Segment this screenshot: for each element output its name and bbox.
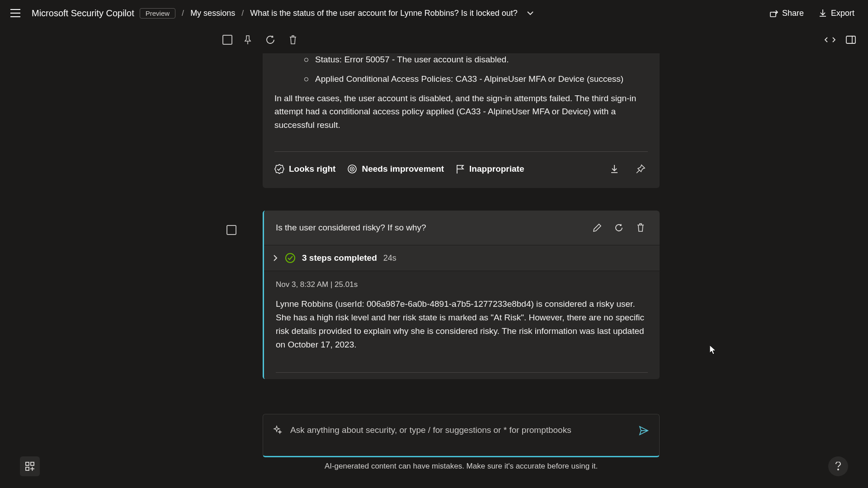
trash-icon — [637, 223, 645, 232]
toggle-panel-button[interactable] — [844, 33, 858, 47]
chevron-right-icon — [272, 254, 278, 262]
rerun-prompt-button[interactable] — [612, 221, 626, 235]
feedback-label: Needs improvement — [362, 164, 444, 174]
response-bullets: Status: Error 50057 - The user account i… — [274, 53, 648, 85]
svg-point-14 — [286, 253, 295, 263]
feedback-needs-improvement-button[interactable]: Needs improvement — [347, 164, 444, 174]
badge-check-icon — [274, 164, 284, 174]
divider — [274, 151, 648, 152]
session-dropdown-button[interactable] — [525, 8, 536, 19]
download-response-button[interactable] — [607, 162, 622, 176]
session-toolbar-left — [222, 33, 300, 47]
response-paragraph: In all three cases, the user account is … — [274, 92, 648, 131]
flag-icon — [456, 164, 465, 174]
steps-completed-label: 3 steps completed — [302, 253, 377, 263]
refresh-button[interactable] — [263, 33, 278, 47]
prompt-text: Is the user considered risky? If so why? — [276, 223, 590, 233]
send-icon — [638, 425, 649, 436]
app-brand: Microsoft Security Copilot — [32, 8, 134, 19]
svg-rect-3 — [770, 12, 776, 17]
response-card: Status: Error 50057 - The user account i… — [263, 53, 660, 188]
hamburger-menu-button[interactable] — [5, 2, 26, 24]
svg-rect-17 — [31, 462, 34, 465]
feedback-label: Inappropriate — [469, 164, 524, 174]
feedback-looks-right-button[interactable]: Looks right — [274, 164, 335, 174]
breadcrumb-sessions[interactable]: My sessions — [190, 9, 235, 18]
export-button[interactable]: Export — [814, 6, 859, 21]
export-icon — [818, 9, 827, 18]
turn-card: Is the user considered risky? If so why? — [263, 211, 660, 379]
export-label: Export — [831, 9, 854, 18]
response-bullet: Applied Conditional Access Policies: CA3… — [315, 73, 648, 86]
pin-icon — [243, 35, 252, 45]
response-bullet: Status: Error 50057 - The user account i… — [315, 53, 648, 66]
feedback-row: Looks right Needs improvement Inappropri… — [274, 162, 648, 176]
steps-duration: 24s — [383, 253, 396, 263]
edit-prompt-button[interactable] — [590, 221, 604, 235]
share-button[interactable]: Share — [765, 6, 808, 21]
prompt-actions — [590, 221, 648, 235]
turn-block: Is the user considered risky? If so why? — [263, 211, 660, 379]
prompt-placeholder: Ask anything about security, or type / f… — [290, 425, 630, 435]
mouse-cursor — [710, 345, 717, 355]
target-icon — [347, 164, 357, 174]
share-label: Share — [782, 9, 804, 18]
steps-row[interactable]: 3 steps completed 24s — [264, 245, 660, 271]
svg-point-10 — [352, 169, 353, 169]
svg-line-13 — [637, 170, 640, 174]
expand-width-icon — [824, 36, 836, 43]
session-toolbar — [0, 26, 868, 53]
help-icon — [835, 462, 841, 471]
panel-icon — [846, 36, 856, 44]
sparkle-icon — [273, 425, 282, 434]
prompt-input[interactable]: Ask anything about security, or type / f… — [263, 414, 660, 457]
apps-button[interactable] — [20, 456, 40, 476]
chevron-down-icon — [527, 11, 533, 15]
feedback-label: Looks right — [289, 164, 335, 174]
select-turn-checkbox[interactable] — [226, 225, 236, 235]
breadcrumb-sep: / — [241, 9, 244, 18]
breadcrumb-sep: / — [182, 9, 184, 18]
pin-response-button[interactable] — [633, 162, 648, 176]
pencil-icon — [593, 223, 602, 232]
preview-badge: Preview — [140, 8, 175, 19]
svg-rect-6 — [846, 36, 855, 43]
help-button[interactable] — [828, 456, 848, 476]
ai-disclaimer: AI-generated content can have mistakes. … — [263, 462, 660, 471]
session-toolbar-right — [823, 33, 858, 47]
apps-icon — [25, 461, 35, 471]
expand-width-button[interactable] — [823, 33, 837, 47]
delete-prompt-button[interactable] — [633, 221, 648, 235]
answer-paragraph: Lynne Robbins (userId: 006a987e-6a0b-489… — [276, 297, 648, 352]
select-all-checkbox[interactable] — [222, 35, 232, 45]
pin-icon — [636, 164, 646, 174]
refresh-icon — [265, 35, 275, 45]
hamburger-icon — [10, 9, 20, 17]
answer-timestamp: Nov 3, 8:32 AM | 25.01s — [276, 280, 648, 289]
refresh-icon — [614, 223, 623, 232]
breadcrumb-title: What is the status of the user account f… — [250, 9, 518, 18]
success-check-icon — [285, 253, 296, 263]
svg-rect-16 — [26, 462, 29, 465]
divider — [276, 372, 648, 373]
app-header: Microsoft Security Copilot Preview / My … — [0, 0, 868, 26]
download-icon — [610, 164, 619, 174]
trash-icon — [288, 35, 297, 45]
feedback-inappropriate-button[interactable]: Inappropriate — [456, 164, 524, 174]
answer-block: Nov 3, 8:32 AM | 25.01s Lynne Robbins (u… — [264, 271, 660, 379]
share-icon — [769, 9, 778, 18]
svg-rect-18 — [26, 467, 29, 470]
conversation-column: Status: Error 50057 - The user account i… — [263, 53, 660, 379]
send-button[interactable] — [638, 425, 649, 436]
pin-button[interactable] — [241, 33, 255, 47]
prompt-input-area: Ask anything about security, or type / f… — [263, 414, 660, 471]
prompt-row: Is the user considered risky? If so why? — [264, 211, 660, 245]
svg-point-21 — [838, 469, 839, 470]
delete-button[interactable] — [286, 33, 300, 47]
